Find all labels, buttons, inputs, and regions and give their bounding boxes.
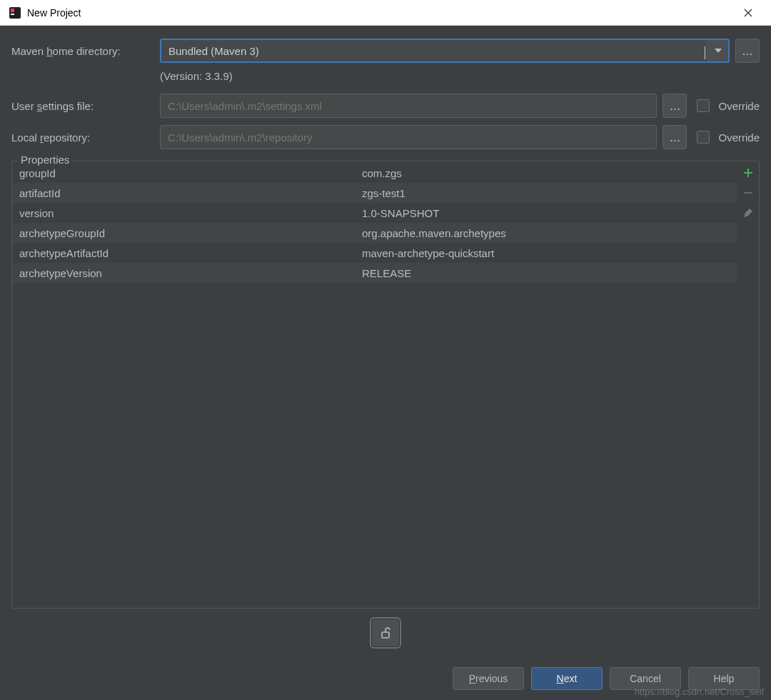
maven-home-browse-button[interactable]: ... bbox=[735, 39, 760, 63]
dialog-footer: Previous Next Cancel Help https://blog.c… bbox=[0, 657, 771, 700]
user-settings-browse-button[interactable]: ... bbox=[662, 94, 687, 118]
svg-rect-1 bbox=[11, 9, 14, 12]
user-settings-override-checkbox[interactable] bbox=[697, 99, 710, 112]
table-row[interactable]: groupIdcom.zgs bbox=[12, 163, 737, 183]
local-repo-input[interactable]: C:\Users\admin\.m2\repository bbox=[160, 125, 657, 149]
maven-home-dropdown-button[interactable] bbox=[707, 40, 728, 61]
maven-home-row: Maven home directory: Bundled (Maven 3) … bbox=[11, 39, 760, 63]
user-settings-row: User settings file: C:\Users\admin\.m2\s… bbox=[11, 94, 760, 118]
dialog-content: Maven home directory: Bundled (Maven 3) … bbox=[0, 26, 771, 657]
property-value: RELEASE bbox=[362, 267, 737, 279]
minus-icon bbox=[742, 187, 754, 199]
lock-area bbox=[11, 617, 760, 649]
pencil-icon bbox=[742, 207, 754, 219]
property-value: org.apache.maven.archetypes bbox=[362, 227, 737, 239]
table-row[interactable]: archetypeVersionRELEASE bbox=[12, 263, 737, 283]
properties-table[interactable]: groupIdcom.zgsartifactIdzgs-test1version… bbox=[12, 161, 737, 608]
properties-legend: Properties bbox=[18, 154, 72, 166]
user-settings-input[interactable]: C:\Users\admin\.m2\settings.xml bbox=[160, 94, 657, 118]
properties-toolbar bbox=[737, 161, 759, 608]
table-row[interactable]: archetypeGroupIdorg.apache.maven.archety… bbox=[12, 223, 737, 243]
cancel-button[interactable]: Cancel bbox=[610, 667, 681, 690]
property-key: artifactId bbox=[12, 187, 362, 199]
property-value: maven-archetype-quickstart bbox=[362, 247, 737, 259]
properties-fieldset: Properties groupIdcom.zgsartifactIdzgs-t… bbox=[11, 161, 760, 609]
local-repo-row: Local repository: C:\Users\admin\.m2\rep… bbox=[11, 125, 760, 149]
unlock-button[interactable] bbox=[370, 617, 401, 649]
next-button[interactable]: Next bbox=[531, 667, 603, 690]
property-value: com.zgs bbox=[362, 167, 737, 179]
property-value: zgs-test1 bbox=[362, 187, 737, 199]
maven-home-combo[interactable]: Bundled (Maven 3) bbox=[160, 39, 730, 63]
help-button[interactable]: Help bbox=[688, 667, 760, 690]
chevron-down-icon bbox=[715, 49, 722, 53]
maven-home-label: Maven home directory: bbox=[11, 45, 154, 57]
properties-body: groupIdcom.zgsartifactIdzgs-test1version… bbox=[12, 161, 759, 608]
property-key: archetypeVersion bbox=[12, 267, 362, 279]
local-repo-override-checkbox[interactable] bbox=[697, 131, 710, 144]
local-repo-label: Local repository: bbox=[11, 131, 154, 144]
previous-button[interactable]: Previous bbox=[453, 667, 524, 690]
property-key: archetypeArtifactId bbox=[12, 247, 362, 259]
property-key: archetypeGroupId bbox=[12, 227, 362, 239]
plus-icon bbox=[742, 167, 754, 179]
property-key: version bbox=[12, 207, 362, 219]
app-icon bbox=[9, 6, 21, 19]
table-row[interactable]: archetypeArtifactIdmaven-archetype-quick… bbox=[12, 243, 737, 263]
unlock-icon bbox=[378, 626, 393, 640]
maven-version-text: (Version: 3.3.9) bbox=[160, 70, 760, 82]
svg-rect-8 bbox=[382, 632, 389, 638]
user-settings-override-label: Override bbox=[718, 100, 760, 112]
close-button[interactable] bbox=[734, 0, 762, 26]
user-settings-label: User settings file: bbox=[11, 100, 154, 112]
remove-property-button[interactable] bbox=[741, 186, 755, 200]
table-row[interactable]: artifactIdzgs-test1 bbox=[12, 183, 737, 203]
local-repo-override-label: Override bbox=[718, 131, 760, 144]
titlebar: New Project bbox=[0, 0, 771, 26]
close-icon bbox=[744, 9, 752, 17]
property-key: groupId bbox=[12, 167, 362, 179]
window-title: New Project bbox=[27, 7, 734, 19]
svg-rect-2 bbox=[11, 14, 14, 15]
local-repo-browse-button[interactable]: ... bbox=[662, 125, 687, 149]
table-row[interactable]: version1.0-SNAPSHOT bbox=[12, 203, 737, 223]
property-value: 1.0-SNAPSHOT bbox=[362, 207, 737, 219]
maven-home-value: Bundled (Maven 3) bbox=[161, 45, 707, 57]
edit-property-button[interactable] bbox=[741, 206, 755, 220]
add-property-button[interactable] bbox=[741, 166, 755, 180]
